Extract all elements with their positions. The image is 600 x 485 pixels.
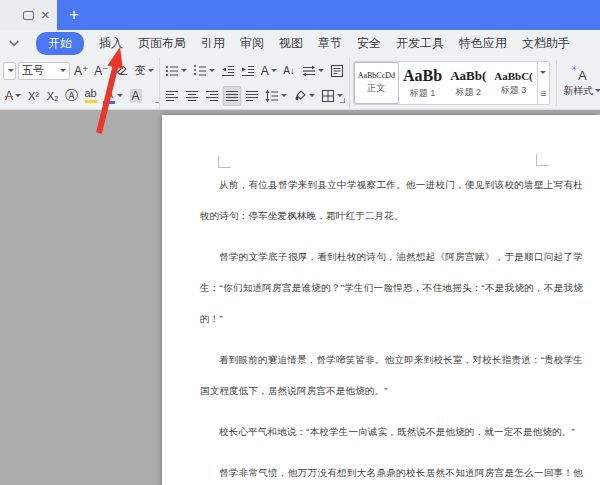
paragraph-dialog-launcher[interactable] (340, 98, 345, 103)
new-style-button[interactable]: ✳A 新样式 (556, 60, 600, 106)
document-page[interactable]: 从前，有位县督学来到县立中学视察工作。他一进校门，便见到该校的墙壁上写有杜牧的诗… (162, 115, 600, 485)
chevron-down-icon (209, 69, 215, 72)
circled-character-button[interactable]: Ⓐ (63, 86, 80, 106)
chevron-down-icon (8, 69, 14, 72)
menu-tab-special-features[interactable]: 特色应用 (459, 35, 507, 52)
align-center-button[interactable] (183, 86, 201, 106)
chevron-down-icon (595, 89, 600, 92)
chevron-down-icon (181, 69, 187, 72)
chevron-down-icon (318, 69, 324, 72)
chevron-down-icon (337, 94, 343, 97)
paragraph: 从前，有位县督学来到县立中学视察工作。他一进校门，便见到该校的墙壁上写有杜牧的诗… (200, 169, 583, 231)
increase-indent-button[interactable] (239, 61, 257, 81)
chevron-down-icon (281, 94, 287, 97)
menu-tab-security[interactable]: 安全 (357, 35, 381, 52)
char-scale-button[interactable]: A (259, 61, 279, 81)
tab-bar: ✕ + (0, 0, 600, 30)
justify-button[interactable] (223, 86, 241, 106)
chevron-down-icon (309, 94, 315, 97)
sort-button[interactable]: A↓ (281, 61, 298, 81)
document-icon (23, 11, 34, 20)
subscript-button[interactable]: X₂ (44, 86, 61, 106)
align-left-button[interactable] (163, 86, 181, 106)
paragraph: 督学非常气愤，他万万没有想到大名鼎鼎的校长居然不知道阿房宫是怎么一回事！他一气之… (200, 457, 583, 485)
chevron-down-icon (117, 94, 123, 97)
clear-format-button[interactable] (113, 61, 131, 81)
style-heading-1[interactable]: AaBb 标题 1 (399, 62, 446, 104)
style-gallery-scroll: ☰ (537, 62, 549, 104)
menu-tab-page-layout[interactable]: 页面布局 (138, 35, 186, 52)
decrease-font-button[interactable]: A⁻ (92, 61, 110, 81)
margin-mark-top-right (536, 154, 549, 166)
menu-tab-home[interactable]: 开始 (36, 32, 84, 55)
chevron-down-icon (15, 94, 21, 97)
increase-font-button[interactable]: A⁺ (72, 61, 90, 81)
sparkle-icon: ✳ (571, 65, 578, 73)
paragraph-marks-button[interactable] (300, 61, 326, 81)
superscript-button[interactable]: X² (25, 86, 42, 106)
menu-tab-references[interactable]: 引用 (201, 35, 225, 52)
font-group: 五号 A⁺ A⁻ 变 A X² X₂ Ⓐ ab A A (0, 57, 159, 109)
pinyin-guide-button[interactable]: 变 (133, 61, 156, 81)
style-gallery: AaBbCcDd 正文 AaBb 标题 1 AaBb( 标题 2 AaBbC( … (353, 61, 550, 105)
paragraph: 督学的文学底子很厚，看到杜牧的诗句，油然想起《阿房宫赋》，于是顺口问起了学生：“… (200, 241, 583, 334)
ribbon: 五号 A⁺ A⁻ 变 A X² X₂ Ⓐ ab A A (0, 57, 600, 110)
numbered-list-button[interactable] (191, 61, 217, 81)
document-canvas: 从前，有位县督学来到县立中学视察工作。他一进校门，便见到该校的墙壁上写有杜牧的诗… (0, 110, 600, 485)
chevron-down-icon (271, 69, 277, 72)
line-spacing-button[interactable] (263, 86, 289, 106)
document-text[interactable]: 从前，有位县督学来到县立中学视察工作。他一进校门，便见到该校的墙壁上写有杜牧的诗… (200, 169, 583, 485)
highlight-button[interactable]: ab (82, 86, 99, 106)
font-size-combo[interactable]: 五号 (18, 62, 70, 80)
menu-tab-view[interactable]: 视图 (279, 35, 303, 52)
style-heading-3[interactable]: AaBbC( 标题 3 (490, 62, 537, 104)
strikethrough-button[interactable]: A (3, 86, 23, 106)
document-tab[interactable]: ✕ (0, 0, 57, 30)
chevron-down-icon[interactable] (7, 37, 21, 51)
new-tab-button[interactable]: + (63, 0, 85, 30)
decrease-indent-button[interactable] (219, 61, 237, 81)
menu-tab-insert[interactable]: 插入 (99, 35, 123, 52)
style-heading-2[interactable]: AaBb( 标题 2 (446, 62, 490, 104)
style-gallery-up-button[interactable] (538, 62, 549, 83)
chevron-down-icon (60, 69, 66, 72)
bullet-list-button[interactable] (163, 61, 189, 81)
font-name-combo[interactable] (3, 62, 16, 80)
font-color-button[interactable]: A (101, 86, 125, 106)
style-gallery-more-button[interactable]: ☰ (538, 83, 549, 104)
menu-tab-review[interactable]: 审阅 (240, 35, 264, 52)
wps-writer-window: ✕ + 开始 插入 页面布局 引用 审阅 视图 章节 安全 开发工具 特色应用 … (0, 0, 600, 485)
styles-group: AaBbCcDd 正文 AaBb 标题 1 AaBb( 标题 2 AaBbC( … (349, 57, 600, 109)
highlight-color-bar (85, 100, 97, 103)
menu-tab-section[interactable]: 章节 (318, 35, 342, 52)
font-size-value: 五号 (22, 63, 44, 78)
style-normal[interactable]: AaBbCcDd 正文 (354, 62, 399, 104)
menu-bar: 开始 插入 页面布局 引用 审阅 视图 章节 安全 开发工具 特色应用 文档助手 (0, 30, 600, 57)
menu-tab-doc-assistant[interactable]: 文档助手 (522, 35, 570, 52)
distribute-button[interactable] (243, 86, 261, 106)
paragraph: 看到眼前的窘迫情景，督学啼笑皆非。他立即来到校长室，对校长指责道：“贵校学生国文… (200, 344, 583, 406)
align-right-button[interactable] (203, 86, 221, 106)
paragraph: 校长心平气和地说：“本校学生一向诚实，既然说不是他烧的，就一定不是他烧的。” (200, 416, 583, 447)
shading-button[interactable] (291, 86, 317, 106)
menu-tab-dev-tools[interactable]: 开发工具 (396, 35, 444, 52)
paragraph-group: A A↓ (159, 57, 349, 109)
text-layout-button[interactable] (328, 61, 346, 81)
font-color-bar (103, 101, 115, 104)
chevron-down-icon (148, 69, 154, 72)
char-shading-button[interactable]: A (127, 86, 144, 106)
margin-mark-top-left (218, 156, 231, 168)
close-tab-icon[interactable]: ✕ (41, 10, 50, 21)
